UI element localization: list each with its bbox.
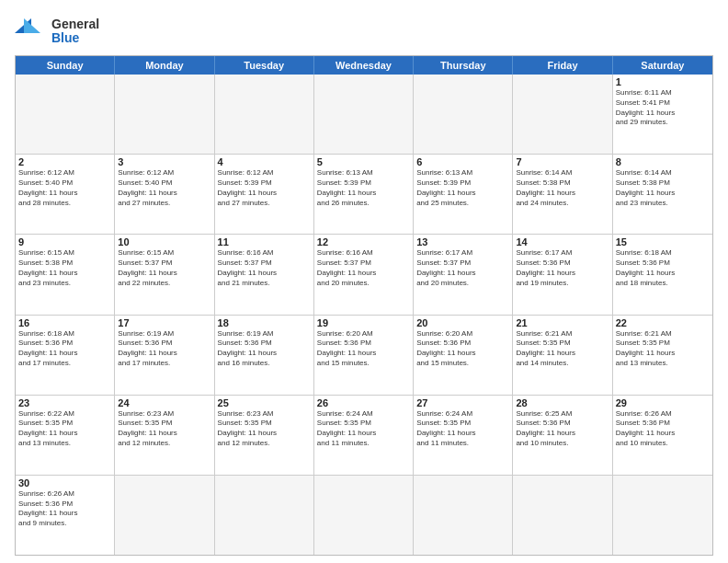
day-number: 12 [317, 236, 410, 247]
calendar-cell: 24Sunrise: 6:23 AM Sunset: 5:35 PM Dayli… [115, 396, 214, 475]
calendar-cell: 5Sunrise: 6:13 AM Sunset: 5:39 PM Daylig… [314, 155, 414, 234]
day-content: Sunrise: 6:14 AM Sunset: 5:38 PM Dayligh… [616, 168, 710, 208]
header-day-friday: Friday [513, 56, 612, 75]
calendar-cell [613, 476, 712, 555]
calendar-cell: 9Sunrise: 6:15 AM Sunset: 5:38 PM Daylig… [16, 235, 115, 314]
calendar-cell [513, 75, 612, 154]
day-number: 24 [118, 397, 210, 408]
day-content: Sunrise: 6:15 AM Sunset: 5:38 PM Dayligh… [18, 248, 111, 288]
calendar-cell: 19Sunrise: 6:20 AM Sunset: 5:36 PM Dayli… [314, 316, 414, 395]
day-number: 29 [616, 397, 710, 408]
day-number: 6 [416, 156, 509, 167]
day-content: Sunrise: 6:21 AM Sunset: 5:35 PM Dayligh… [616, 329, 710, 369]
day-number: 16 [18, 317, 111, 328]
day-number: 10 [118, 236, 210, 247]
calendar-cell: 26Sunrise: 6:24 AM Sunset: 5:35 PM Dayli… [314, 396, 414, 475]
calendar-cell: 16Sunrise: 6:18 AM Sunset: 5:36 PM Dayli… [16, 316, 115, 395]
day-content: Sunrise: 6:21 AM Sunset: 5:35 PM Dayligh… [516, 329, 609, 369]
header: General Blue [15, 15, 713, 48]
day-number: 27 [416, 397, 509, 408]
calendar-cell: 14Sunrise: 6:17 AM Sunset: 5:36 PM Dayli… [513, 235, 612, 314]
calendar-cell: 28Sunrise: 6:25 AM Sunset: 5:36 PM Dayli… [513, 396, 612, 475]
calendar-row-1: 2Sunrise: 6:12 AM Sunset: 5:40 PM Daylig… [16, 154, 712, 234]
day-content: Sunrise: 6:17 AM Sunset: 5:37 PM Dayligh… [416, 248, 509, 288]
day-content: Sunrise: 6:25 AM Sunset: 5:36 PM Dayligh… [516, 409, 609, 449]
calendar-cell: 21Sunrise: 6:21 AM Sunset: 5:35 PM Dayli… [513, 316, 612, 395]
header-day-sunday: Sunday [16, 56, 115, 75]
header-day-monday: Monday [115, 56, 214, 75]
calendar-cell [215, 75, 314, 154]
calendar-cell: 18Sunrise: 6:19 AM Sunset: 5:36 PM Dayli… [215, 316, 314, 395]
day-number: 2 [18, 156, 111, 167]
calendar-row-5: 30Sunrise: 6:26 AM Sunset: 5:36 PM Dayli… [16, 475, 712, 555]
day-content: Sunrise: 6:22 AM Sunset: 5:35 PM Dayligh… [18, 409, 111, 449]
logo-general: General [51, 17, 99, 31]
day-number: 5 [317, 156, 410, 167]
day-content: Sunrise: 6:16 AM Sunset: 5:37 PM Dayligh… [218, 248, 311, 288]
day-number: 26 [317, 397, 410, 408]
calendar-cell: 30Sunrise: 6:26 AM Sunset: 5:36 PM Dayli… [16, 476, 115, 555]
day-number: 3 [118, 156, 210, 167]
calendar-cell: 3Sunrise: 6:12 AM Sunset: 5:40 PM Daylig… [115, 155, 214, 234]
day-number: 7 [516, 156, 609, 167]
day-content: Sunrise: 6:12 AM Sunset: 5:39 PM Dayligh… [218, 168, 311, 208]
day-number: 14 [516, 236, 609, 247]
day-number: 28 [516, 397, 609, 408]
day-content: Sunrise: 6:23 AM Sunset: 5:35 PM Dayligh… [118, 409, 210, 449]
calendar-cell: 22Sunrise: 6:21 AM Sunset: 5:35 PM Dayli… [613, 316, 712, 395]
calendar-cell: 6Sunrise: 6:13 AM Sunset: 5:39 PM Daylig… [414, 155, 513, 234]
calendar-cell: 10Sunrise: 6:15 AM Sunset: 5:37 PM Dayli… [115, 235, 214, 314]
calendar-cell: 12Sunrise: 6:16 AM Sunset: 5:37 PM Dayli… [314, 235, 414, 314]
header-day-thursday: Thursday [414, 56, 513, 75]
calendar-cell: 25Sunrise: 6:23 AM Sunset: 5:35 PM Dayli… [215, 396, 314, 475]
calendar-cell: 20Sunrise: 6:20 AM Sunset: 5:36 PM Dayli… [414, 316, 513, 395]
day-number: 9 [18, 236, 111, 247]
day-content: Sunrise: 6:16 AM Sunset: 5:37 PM Dayligh… [317, 248, 410, 288]
calendar-cell: 23Sunrise: 6:22 AM Sunset: 5:35 PM Dayli… [16, 396, 115, 475]
day-content: Sunrise: 6:24 AM Sunset: 5:35 PM Dayligh… [317, 409, 410, 449]
day-content: Sunrise: 6:19 AM Sunset: 5:36 PM Dayligh… [118, 329, 210, 369]
day-content: Sunrise: 6:13 AM Sunset: 5:39 PM Dayligh… [416, 168, 509, 208]
day-number: 11 [218, 236, 311, 247]
calendar-row-4: 23Sunrise: 6:22 AM Sunset: 5:35 PM Dayli… [16, 395, 712, 475]
day-content: Sunrise: 6:11 AM Sunset: 5:41 PM Dayligh… [616, 88, 710, 128]
day-content: Sunrise: 6:17 AM Sunset: 5:36 PM Dayligh… [516, 248, 609, 288]
calendar-cell: 7Sunrise: 6:14 AM Sunset: 5:38 PM Daylig… [513, 155, 612, 234]
day-number: 15 [616, 236, 710, 247]
day-number: 19 [317, 317, 410, 328]
day-content: Sunrise: 6:24 AM Sunset: 5:35 PM Dayligh… [416, 409, 509, 449]
day-content: Sunrise: 6:26 AM Sunset: 5:36 PM Dayligh… [616, 409, 710, 449]
calendar: SundayMondayTuesdayWednesdayThursdayFrid… [15, 55, 713, 556]
day-number: 25 [218, 397, 311, 408]
calendar-cell: 8Sunrise: 6:14 AM Sunset: 5:38 PM Daylig… [613, 155, 712, 234]
day-number: 22 [616, 317, 710, 328]
calendar-cell [414, 75, 513, 154]
day-content: Sunrise: 6:14 AM Sunset: 5:38 PM Dayligh… [516, 168, 609, 208]
calendar-cell [16, 75, 115, 154]
header-day-tuesday: Tuesday [215, 56, 314, 75]
day-content: Sunrise: 6:13 AM Sunset: 5:39 PM Dayligh… [317, 168, 410, 208]
calendar-cell [115, 75, 214, 154]
day-number: 18 [218, 317, 311, 328]
calendar-header: SundayMondayTuesdayWednesdayThursdayFrid… [16, 56, 712, 75]
day-number: 1 [616, 76, 710, 87]
calendar-cell: 1Sunrise: 6:11 AM Sunset: 5:41 PM Daylig… [613, 75, 712, 154]
header-day-saturday: Saturday [613, 56, 712, 75]
day-number: 30 [18, 477, 111, 488]
day-number: 4 [218, 156, 311, 167]
calendar-cell: 15Sunrise: 6:18 AM Sunset: 5:36 PM Dayli… [613, 235, 712, 314]
day-content: Sunrise: 6:20 AM Sunset: 5:36 PM Dayligh… [416, 329, 509, 369]
calendar-row-0: 1Sunrise: 6:11 AM Sunset: 5:41 PM Daylig… [16, 75, 712, 154]
calendar-cell [314, 75, 414, 154]
calendar-cell: 13Sunrise: 6:17 AM Sunset: 5:37 PM Dayli… [414, 235, 513, 314]
calendar-cell [513, 476, 612, 555]
day-number: 23 [18, 397, 111, 408]
day-content: Sunrise: 6:26 AM Sunset: 5:36 PM Dayligh… [18, 489, 111, 529]
day-content: Sunrise: 6:12 AM Sunset: 5:40 PM Dayligh… [118, 168, 210, 208]
calendar-cell: 29Sunrise: 6:26 AM Sunset: 5:36 PM Dayli… [613, 396, 712, 475]
day-content: Sunrise: 6:20 AM Sunset: 5:36 PM Dayligh… [317, 329, 410, 369]
calendar-cell: 2Sunrise: 6:12 AM Sunset: 5:40 PM Daylig… [16, 155, 115, 234]
day-content: Sunrise: 6:19 AM Sunset: 5:36 PM Dayligh… [218, 329, 311, 369]
calendar-cell: 4Sunrise: 6:12 AM Sunset: 5:39 PM Daylig… [215, 155, 314, 234]
day-number: 8 [616, 156, 710, 167]
